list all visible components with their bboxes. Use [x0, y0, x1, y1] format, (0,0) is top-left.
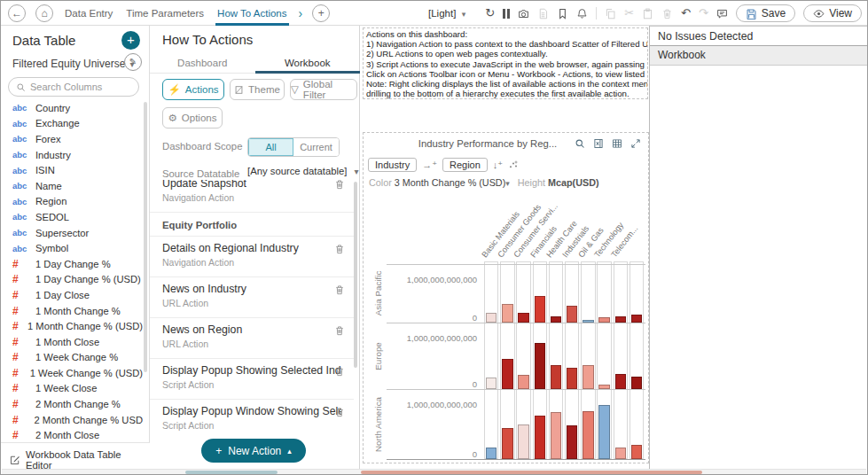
column-item-2-month-close[interactable]: #2 Month Close [1, 427, 143, 443]
bar[interactable] [518, 313, 528, 323]
action-item[interactable]: Details on Regional IndustryNavigation A… [150, 237, 354, 277]
bar[interactable] [567, 368, 577, 389]
tab-workbook[interactable]: Workbook [255, 54, 361, 73]
action-item[interactable]: Update SnapshotNavigation Action [150, 180, 354, 213]
tab-dashboard[interactable]: Dashboard [150, 54, 255, 73]
column-item-1-month-close[interactable]: #1 Month Close [1, 334, 143, 350]
trash-icon[interactable] [334, 284, 345, 295]
theme-button[interactable]: Theme [230, 79, 285, 100]
bar[interactable] [535, 296, 545, 323]
add-dashboard-button[interactable]: + [312, 4, 330, 22]
bar[interactable] [598, 405, 609, 459]
bar[interactable] [502, 359, 512, 389]
tab-how-to-actions[interactable]: How To Actions [215, 1, 288, 26]
scrollbar-thumb[interactable] [185, 471, 278, 474]
dashboard-notes-textbox[interactable]: Actions on this dashboard:1) Navigation … [363, 27, 648, 99]
bar[interactable] [567, 306, 577, 323]
source-datatable-select[interactable]: [Any source datatable]▾ [247, 166, 358, 176]
alerts-bell-icon[interactable] [576, 8, 588, 19]
column-item-name[interactable]: abcName [1, 178, 143, 194]
trash-icon[interactable] [334, 325, 345, 336]
issues-item-workbook[interactable]: Workbook [650, 46, 868, 66]
bar[interactable] [486, 378, 497, 389]
undo-icon[interactable]: ↶ [681, 1, 691, 26]
left-panel-scrollbar[interactable] [144, 102, 147, 372]
pivot-down-icon[interactable]: ↓⁺ [493, 160, 503, 171]
action-item[interactable]: Display Popup Showing Selected Indu...Sc… [150, 359, 354, 400]
bar[interactable] [615, 316, 626, 323]
tab-data-entry[interactable]: Data Entry [63, 1, 114, 26]
trash-icon[interactable] [334, 366, 345, 377]
height-value[interactable]: Mcap(USD) [548, 177, 599, 188]
search-icon[interactable] [575, 138, 585, 149]
bar[interactable] [486, 313, 497, 323]
bar[interactable] [615, 374, 626, 389]
bar[interactable] [502, 304, 512, 323]
save-button[interactable]: Save [736, 4, 795, 22]
bar[interactable] [631, 445, 642, 459]
add-scatter-icon[interactable] [508, 160, 519, 170]
horizontal-scrollbar[interactable] [2, 469, 866, 474]
column-item-forex[interactable]: abcForex [1, 131, 143, 147]
add-data-table-button[interactable]: + [121, 31, 140, 50]
bar[interactable] [567, 425, 577, 459]
datatable-select[interactable]: Filtered Equity Universe▾ [12, 58, 134, 70]
column-item-symbol[interactable]: abcSymbol [1, 240, 143, 256]
scope-all-option[interactable]: All [248, 138, 293, 156]
chevron-right-icon[interactable]: › [299, 6, 303, 20]
trash-icon[interactable] [334, 180, 345, 190]
trash-icon[interactable] [334, 407, 345, 417]
bar[interactable] [518, 375, 528, 389]
bar[interactable] [551, 316, 561, 323]
action-item[interactable]: Display Popup Window Showing Sele...Scri… [150, 400, 354, 435]
column-item-1-month-change-[interactable]: #1 Month Change % [1, 303, 143, 319]
snapshot-icon[interactable] [518, 8, 529, 19]
column-item-supersector[interactable]: abcSupersector [1, 225, 143, 241]
bookmark-icon[interactable] [557, 8, 568, 19]
column-item-country[interactable]: abcCountry [1, 100, 143, 116]
column-item-region[interactable]: abcRegion [1, 194, 143, 210]
bar[interactable] [502, 428, 512, 459]
color-value-select[interactable]: 3 Month Change % (USD) [395, 177, 505, 188]
column-item-1-week-change-usd-[interactable]: #1 Week Change % (USD) [1, 365, 143, 381]
column-item-2-month-change-[interactable]: #2 Month Change % [1, 396, 143, 412]
scope-current-option[interactable]: Current [293, 138, 339, 156]
bar[interactable] [535, 343, 545, 389]
bar[interactable] [518, 424, 528, 459]
comment-icon[interactable] [716, 8, 728, 19]
middle-panel-scrollbar[interactable] [354, 182, 357, 368]
column-item-exchange[interactable]: abcExchange [1, 116, 143, 132]
bar[interactable] [551, 365, 561, 389]
global-filter-button[interactable]: ▽ Global Filter [290, 79, 357, 100]
chart-part[interactable]: Industry Performance by Reg... Industry … [363, 132, 649, 463]
action-item[interactable]: News on IndustryURL Action [150, 277, 354, 318]
column-item-1-month-change-usd-[interactable]: #1 Month Change % (USD) [1, 318, 143, 334]
edit-datatable-button[interactable]: ✎ [124, 53, 142, 71]
bar[interactable] [583, 365, 593, 389]
view-button[interactable]: View [803, 4, 862, 22]
column-item-isin[interactable]: abcISIN [1, 162, 143, 178]
column-item-1-week-close[interactable]: #1 Week Close [1, 381, 143, 397]
column-item-industry[interactable]: abcIndustry [1, 147, 143, 163]
action-item[interactable]: News on RegionURL Action [150, 318, 354, 359]
breadcrumb-industry-pill[interactable]: Industry [368, 158, 417, 172]
back-button[interactable]: ← [8, 4, 26, 22]
pivot-right-icon[interactable]: →⁺ [422, 160, 437, 171]
new-action-button[interactable]: + New Action ▴ [201, 439, 306, 463]
pause-icon[interactable] [503, 9, 510, 19]
workbook-state-select[interactable]: [Light] ▾ [428, 8, 465, 19]
trash-icon[interactable] [334, 244, 345, 254]
scrollbar-thumb[interactable] [361, 471, 702, 474]
column-item-1-week-change-[interactable]: #1 Week Change % [1, 350, 143, 366]
column-item-1-day-change-usd-[interactable]: #1 Day Change % (USD) [1, 272, 143, 288]
column-item-1-day-close[interactable]: #1 Day Close [1, 287, 143, 303]
bar[interactable] [486, 448, 497, 459]
column-item-1-day-change-[interactable]: #1 Day Change % [1, 256, 143, 272]
export-excel-icon[interactable] [593, 138, 604, 149]
home-button[interactable]: ⌂ [35, 4, 53, 22]
bar[interactable] [615, 448, 626, 459]
workbook-data-table-editor-button[interactable]: Workbook Data Table Editor [1, 442, 150, 471]
maximize-icon[interactable] [630, 138, 641, 149]
breadcrumb-region-pill[interactable]: Region [442, 158, 488, 172]
column-item-2-month-change-usd[interactable]: #2 Month Change % USD [1, 412, 143, 428]
